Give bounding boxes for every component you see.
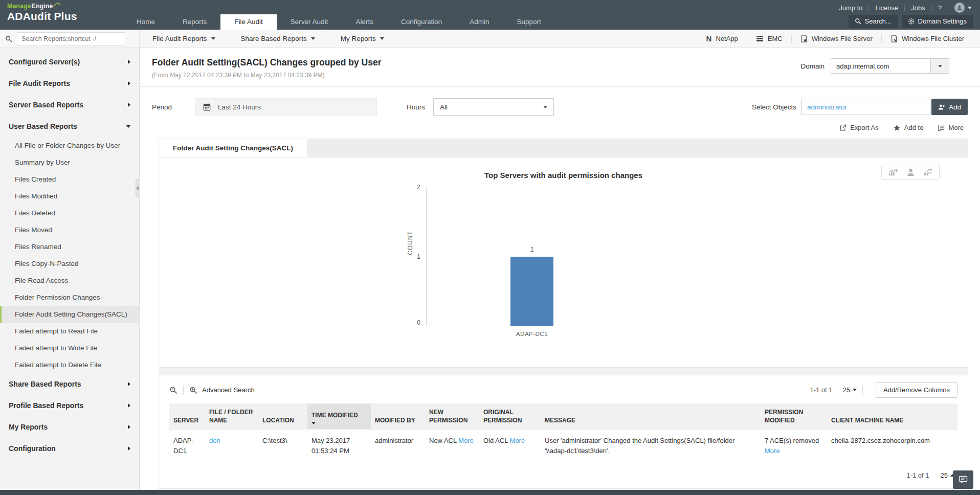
sidebar-item-files-modified[interactable]: Files Modified — [0, 188, 139, 205]
sidebar-group-configured-servers[interactable]: Configured Server(s) — [0, 51, 139, 73]
nav-tab-file-audit[interactable]: File Audit — [220, 14, 277, 30]
main-content: Folder Audit Setting(SACL) Changes group… — [140, 48, 980, 490]
sidebar-item-failed-attempt-write[interactable]: Failed attempt to Write File — [0, 340, 139, 356]
menu-file-audit-reports[interactable]: File Audit Reports — [140, 30, 228, 48]
windows-file-cluster-link[interactable]: Windows File Cluster — [882, 35, 973, 42]
add-chart-icon[interactable] — [888, 168, 898, 176]
netapp-link[interactable]: N NetApp — [698, 34, 747, 43]
sidebar-group-file-audit-reports[interactable]: File Audit Reports — [0, 73, 139, 94]
more-label: More — [948, 124, 964, 131]
user-menu[interactable] — [954, 3, 972, 13]
export-as-button[interactable]: Export As — [839, 124, 879, 131]
windows-file-server-link[interactable]: Windows File Server — [792, 35, 881, 42]
pagination-range-top: 1-1 of 1 — [810, 386, 832, 394]
sidebar-group-label: User Based Reports — [9, 122, 77, 130]
new-permission-more-link[interactable]: More — [458, 437, 474, 444]
license-link[interactable]: License — [875, 4, 898, 12]
nav-tab-alerts[interactable]: Alerts — [342, 14, 387, 30]
cell-client-machine-name: chella-2872.csez.zohocorpin.com — [827, 430, 957, 464]
chart-toolbar — [881, 165, 940, 180]
tab-folder-audit-setting-changes-sacl[interactable]: Folder Audit Setting Changes(SACL) — [159, 139, 307, 157]
help-link[interactable]: ? — [938, 4, 942, 12]
file-folder-link[interactable]: den — [209, 437, 220, 444]
domain-dropdown[interactable]: adap.internal.com — [831, 58, 949, 74]
export-as-label: Export As — [850, 124, 879, 131]
more-actions-button[interactable]: More — [938, 124, 964, 131]
original-permission-more-link[interactable]: More — [510, 437, 525, 444]
advanced-search-icon[interactable] — [189, 386, 197, 394]
sidebar-group-configuration[interactable]: Configuration — [0, 438, 139, 459]
sidebar-item-files-deleted[interactable]: Files Deleted — [0, 205, 139, 221]
sidebar-item-failed-attempt-read[interactable]: Failed attempt to Read File — [0, 323, 139, 340]
add-object-button[interactable]: Add — [931, 99, 968, 115]
select-objects-input[interactable] — [801, 99, 930, 115]
col-header-modified-by[interactable]: MODIFIED BY — [371, 403, 425, 430]
add-remove-columns-button[interactable]: Add/Remove Columns — [876, 382, 957, 398]
sidebar-group-label: My Reports — [9, 423, 48, 431]
menu-share-based-reports[interactable]: Share Based Reports — [228, 30, 328, 48]
col-header-time-modified[interactable]: TIME MODIFIED — [307, 403, 371, 430]
sidebar-group-user-based-reports[interactable]: User Based Reports — [0, 116, 139, 137]
sidebar-group-my-reports[interactable]: My Reports — [0, 416, 139, 438]
emc-link[interactable]: EMC — [747, 35, 791, 42]
nav-tab-configuration[interactable]: Configuration — [387, 14, 456, 30]
hours-dropdown[interactable]: All — [433, 98, 554, 116]
nav-tab-server-audit[interactable]: Server Audit — [277, 14, 342, 30]
column-search-icon[interactable] — [169, 386, 177, 394]
user-attribution-icon[interactable] — [907, 168, 915, 176]
feedback-button[interactable] — [953, 470, 973, 489]
sidebar-item-summary-by-user[interactable]: Summary by User — [0, 154, 139, 171]
sidebar-item-files-created[interactable]: Files Created — [0, 171, 139, 188]
jobs-link[interactable]: Jobs — [911, 4, 925, 12]
period-value: Last 24 Hours — [218, 103, 261, 111]
sidebar-item-failed-attempt-delete[interactable]: Failed attempt to Delete File — [0, 356, 139, 373]
global-search-button[interactable]: Search... — [849, 15, 898, 28]
sidebar-group-server-based-reports[interactable]: Server Based Reports — [0, 94, 139, 116]
nav-tab-reports[interactable]: Reports — [169, 14, 220, 30]
sidebar-group-label: Configured Server(s) — [9, 58, 80, 66]
domain-settings-button[interactable]: Domain Settings — [902, 15, 973, 28]
sidebar-item-all-file-or-folder-changes[interactable]: All File or Folder Changes by User — [0, 137, 139, 154]
page-size-dropdown-bottom[interactable]: 25 — [941, 471, 954, 479]
add-to-button[interactable]: Add to — [893, 124, 924, 131]
col-header-location[interactable]: LOCATION — [258, 403, 307, 430]
page-size-dropdown-top[interactable]: 25 — [842, 386, 856, 394]
advanced-search-label[interactable]: Advanced Search — [202, 386, 255, 394]
sidebar-item-folder-permission-changes[interactable]: Folder Permission Changes — [0, 289, 139, 306]
nav-tab-admin[interactable]: Admin — [456, 14, 503, 30]
menu-label: File Audit Reports — [152, 35, 207, 42]
col-header-original-permission[interactable]: ORIGINAL PERMISSION — [479, 403, 541, 430]
sidebar-group-share-based-reports[interactable]: Share Based Reports — [0, 373, 139, 395]
sidebar-item-file-read-access[interactable]: File Read Access — [0, 272, 139, 289]
refresh-chart-icon[interactable] — [923, 168, 932, 176]
report-search-input[interactable] — [17, 32, 125, 46]
sidebar-group-profile-based-reports[interactable]: Profile Based Reports — [0, 395, 139, 416]
sidebar-item-files-copy-n-pasted[interactable]: Files Copy-N-Pasted — [0, 255, 139, 272]
brand-logo[interactable]: ManageEngine ADAudit Plus — [7, 3, 77, 22]
col-header-client-machine-name[interactable]: CLIENT MACHINE NAME — [827, 403, 957, 430]
period-picker[interactable]: Last 24 Hours — [195, 98, 377, 116]
divider — [931, 5, 932, 11]
nav-tab-support[interactable]: Support — [503, 14, 554, 30]
report-titles: Folder Audit Setting(SACL) Changes group… — [152, 57, 800, 79]
col-header-server[interactable]: SERVER — [169, 403, 205, 430]
bar[interactable] — [510, 257, 553, 326]
brand-swoosh-icon — [53, 3, 61, 7]
more-options-icon — [938, 124, 945, 131]
chevron-right-icon — [128, 81, 130, 85]
menu-my-reports[interactable]: My Reports — [328, 30, 397, 48]
col-header-permission-modified[interactable]: PERMISSION MODIFIED — [761, 403, 827, 430]
nav-tab-home[interactable]: Home — [123, 14, 169, 30]
sidebar-collapse-handle[interactable] — [136, 179, 140, 197]
col-header-file-folder-name[interactable]: FILE / FOLDER NAME — [205, 403, 258, 430]
jump-to-link[interactable]: Jump to — [839, 4, 862, 12]
table-toolbar: Advanced Search 1-1 of 1 25 Add/Remove C… — [159, 375, 968, 403]
permission-modified-more-link[interactable]: More — [765, 447, 780, 455]
sidebar-item-files-renamed[interactable]: Files Renamed — [0, 238, 139, 255]
col-header-new-permission[interactable]: NEW PERMISSION — [425, 403, 479, 430]
sidebar-item-files-moved[interactable]: Files Moved — [0, 221, 139, 238]
bottom-bar — [0, 490, 980, 495]
col-header-message[interactable]: MESSAGE — [541, 403, 761, 430]
chevron-down-icon — [931, 58, 949, 74]
sidebar-item-folder-audit-setting-changes-sacl[interactable]: Folder Audit Setting Changes(SACL) — [0, 306, 139, 323]
